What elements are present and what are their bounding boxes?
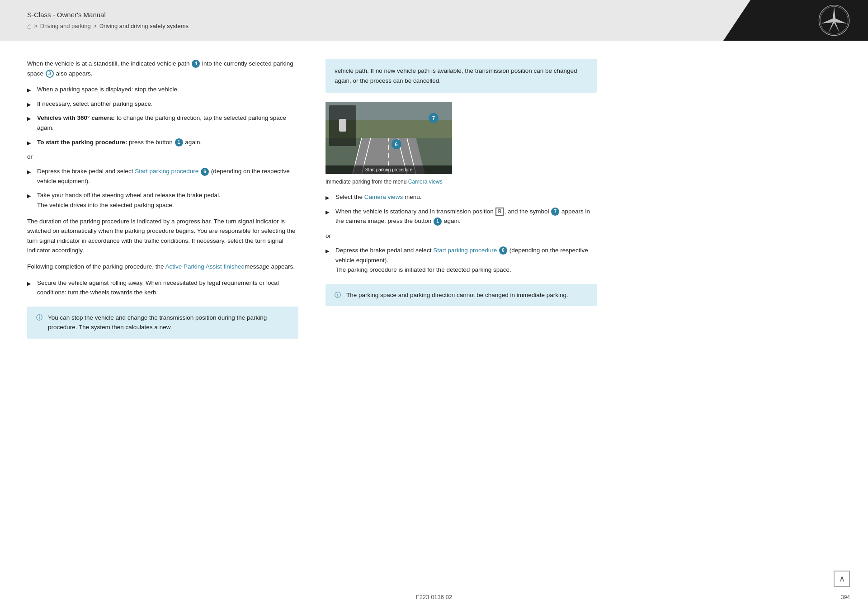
bullet-arrow-icon: ▶ <box>326 208 329 226</box>
list-item-hands: ▶ Take your hands off the steering wheel… <box>27 190 298 210</box>
secure-bullet-list: ▶ Secure the vehicle against rolling awa… <box>27 278 298 298</box>
bullet-arrow-icon: ▶ <box>27 192 31 210</box>
list-item-depress2: ▶ Depress the brake pedal and select Sta… <box>326 246 597 275</box>
note-text-right: The parking space and parking direction … <box>346 290 568 300</box>
or-text-2: or <box>326 232 597 239</box>
scroll-up-button[interactable]: ∧ <box>834 571 850 587</box>
camera-label-bar: Start parking procedure <box>326 165 452 174</box>
camera-views-link[interactable]: Camera views <box>364 194 403 200</box>
logo-area <box>723 0 868 41</box>
note-text-left: You can stop the vehicle and change the … <box>48 313 289 332</box>
bullet-arrow-icon: ▶ <box>27 168 31 186</box>
breadcrumb-sep1: > <box>34 23 38 29</box>
breadcrumb-link-driving[interactable]: Driving and parking <box>40 23 91 29</box>
breadcrumb: ⌂ > Driving and parking > Driving and dr… <box>27 22 696 30</box>
info-box-top-text: vehicle path. If no new vehicle path is … <box>335 67 577 84</box>
body-text-progress: The duration of the parking procedure is… <box>27 217 298 255</box>
bullet-arrow-icon: ▶ <box>326 247 329 275</box>
list-item-secure: ▶ Secure the vehicle against rolling awa… <box>27 278 298 298</box>
bullet-depress2-text: Depress the brake pedal and select Start… <box>335 246 597 275</box>
bullet-text-1: When a parking space is displayed: stop … <box>37 85 179 94</box>
bullet-arrow-icon: ▶ <box>326 194 329 202</box>
badge-6-on-image: 6 <box>392 139 401 149</box>
intro-paragraph: When the vehicle is at a standstill, the… <box>27 59 298 78</box>
breadcrumb-current: Driving and driving safety systems <box>99 23 189 29</box>
bullet-arrow-icon: ▶ <box>27 115 31 132</box>
home-icon[interactable]: ⌂ <box>27 22 32 30</box>
bullet-arrow-icon: ▶ <box>27 86 31 94</box>
info-icon: ⓘ <box>36 314 42 322</box>
caption-before: Immediate parking from the menu <box>326 179 408 185</box>
start-parking-link-1[interactable]: Start parking procedure <box>135 168 198 175</box>
info-icon-right: ⓘ <box>335 291 341 299</box>
bullet-stationary-text: When the vehicle is stationary and in tr… <box>335 207 597 226</box>
secondary-bullet-list: ▶ Depress the brake pedal and select Sta… <box>27 166 298 210</box>
info-box-top: vehicle path. If no new vehicle path is … <box>326 59 597 93</box>
list-item-select-camera: ▶ Select the Camera views menu. <box>326 192 597 202</box>
note-box-right: ⓘ The parking space and parking directio… <box>326 284 597 307</box>
minimap <box>329 105 356 146</box>
bullet-arrow-icon: ▶ <box>27 280 31 298</box>
note-box-left: ⓘ You can stop the vehicle and change th… <box>27 307 298 339</box>
badge-1: 1 <box>175 138 183 146</box>
bullet-camera-text: Select the Camera views menu. <box>335 192 422 202</box>
right-bullet-list: ▶ Select the Camera views menu. ▶ When t… <box>326 192 597 226</box>
list-item: ▶ When a parking space is displayed: sto… <box>27 85 298 94</box>
badge-1-right: 1 <box>434 217 442 226</box>
right-column: vehicle path. If no new vehicle path is … <box>326 59 597 339</box>
bullet-arrow-icon: ▶ <box>27 139 31 147</box>
page-header: S-Class - Owner's Manual ⌂ > Driving and… <box>0 0 868 41</box>
camera-views-link-caption[interactable]: Camera views <box>408 179 443 185</box>
list-item: ▶ Vehicles with 360° camera: to change t… <box>27 113 298 132</box>
bullet-text-2: If necessary, select another parking spa… <box>37 99 153 109</box>
breadcrumb-sep2: > <box>94 23 97 29</box>
active-parking-link[interactable]: Active Parking Assist finished <box>165 263 245 270</box>
badge-7: 7 <box>551 208 559 216</box>
badge-6: 6 <box>201 168 209 176</box>
main-bullet-list: ▶ When a parking space is displayed: sto… <box>27 85 298 147</box>
list-item-stationary: ▶ When the vehicle is stationary and in … <box>326 207 597 226</box>
image-caption: Immediate parking from the menu Camera v… <box>326 179 597 185</box>
manual-title: S-Class - Owner's Manual <box>27 11 696 19</box>
body-text-completion: Following completion of the parking proc… <box>27 262 298 272</box>
bullet-depress-text: Depress the brake pedal and select Start… <box>37 166 298 186</box>
camera-image: 6 7 Start parking procedure <box>326 102 452 174</box>
footer-code: F223 0136 02 <box>416 594 452 600</box>
bullet-text-4: To start the parking procedure: press th… <box>37 137 202 147</box>
badge-R: R <box>495 208 504 216</box>
header-content: S-Class - Owner's Manual ⌂ > Driving and… <box>0 0 723 41</box>
left-column: When the vehicle is at a standstill, the… <box>27 59 298 339</box>
badge-4: 4 <box>192 60 200 68</box>
bullet-hands-text: Take your hands off the steering wheel a… <box>37 190 221 210</box>
start-parking-link-2[interactable]: Start parking procedure <box>433 247 497 254</box>
main-content: When the vehicle is at a standstill, the… <box>0 41 814 357</box>
list-item: ▶ To start the parking procedure: press … <box>27 137 298 147</box>
bullet-secure-text: Secure the vehicle against rolling away.… <box>37 278 298 298</box>
mercedes-benz-logo <box>818 5 850 36</box>
list-item-depress: ▶ Depress the brake pedal and select Sta… <box>27 166 298 186</box>
bullet-arrow-icon: ▶ <box>27 101 31 109</box>
page-number: 394 <box>841 594 850 600</box>
list-item: ▶ If necessary, select another parking s… <box>27 99 298 109</box>
minimap-car <box>339 119 346 132</box>
or-text-1: or <box>27 153 298 160</box>
badge-3: 3 <box>46 70 54 78</box>
bullet-text-3: Vehicles with 360° camera: to change the… <box>37 113 298 132</box>
right-depress-list: ▶ Depress the brake pedal and select Sta… <box>326 246 597 275</box>
badge-6-right: 6 <box>499 246 507 255</box>
